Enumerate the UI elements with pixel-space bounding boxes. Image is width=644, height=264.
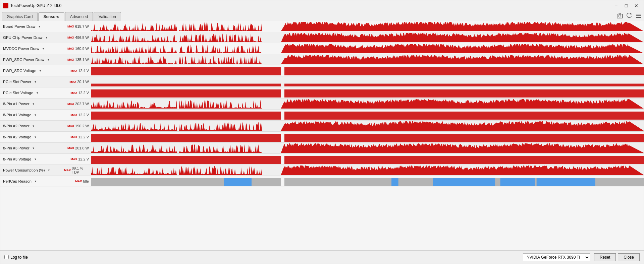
sensor-row: Power Consumption (%) ▼ MAX 89.1 % TDP <box>0 165 644 176</box>
sensor-row: 8-Pin #3 Power ▼ MAX 201.8 W <box>0 143 644 154</box>
sensor-graph-4 <box>91 66 644 75</box>
tab-bar: Graphics Card Sensors Advanced Validatio… <box>0 11 644 21</box>
sensor-row: 8-Pin #2 Voltage ▼ MAX 12.2 V <box>0 132 644 143</box>
sensor-row: 8-Pin #1 Power ▼ MAX 202.7 W <box>0 98 644 110</box>
maximize-button[interactable]: □ <box>622 2 631 9</box>
sensor-graph-10 <box>91 132 644 142</box>
sensor-graph-14 <box>91 177 644 186</box>
sensor-dropdown-8[interactable]: ▼ <box>33 113 38 117</box>
tab-validation[interactable]: Validation <box>94 12 121 21</box>
svg-rect-17 <box>91 156 281 164</box>
sensor-label-6: PCIe Slot Voltage ▼ <box>0 90 64 95</box>
screenshot-button[interactable] <box>616 12 624 19</box>
svg-rect-23 <box>433 178 495 186</box>
sensor-max-10: MAX 12.2 V <box>64 135 91 139</box>
sensor-dropdown-7[interactable]: ▼ <box>31 102 36 106</box>
sensor-max-4: MAX 12.4 V <box>64 69 91 73</box>
sensor-dropdown-4[interactable]: ▼ <box>38 68 43 73</box>
sensor-label-2: MVDDC Power Draw ▼ <box>0 46 64 51</box>
close-button[interactable]: Close <box>618 253 640 261</box>
svg-rect-15 <box>91 134 281 142</box>
sensor-max-0: MAX 615.7 W <box>64 24 91 28</box>
sensor-row: PCIe Slot Power ▼ MAX 20.1 W <box>0 76 644 87</box>
svg-rect-24 <box>500 178 535 186</box>
tab-advanced[interactable]: Advanced <box>65 12 93 21</box>
sensor-graph-1 <box>91 33 644 42</box>
sensor-max-9: MAX 196.2 W <box>64 124 91 128</box>
sensor-dropdown-9[interactable]: ▼ <box>31 124 36 128</box>
sensor-dropdown-1[interactable]: ▼ <box>44 35 49 40</box>
sensor-label-5: PCIe Slot Power ▼ <box>0 79 64 84</box>
svg-rect-22 <box>391 178 398 186</box>
sensor-label-3: PWR_SRC Power Draw ▼ <box>0 57 64 62</box>
sensor-dropdown-12[interactable]: ▼ <box>33 157 38 161</box>
svg-rect-12 <box>284 89 644 97</box>
sensor-dropdown-2[interactable]: ▼ <box>41 46 46 51</box>
gpu-select[interactable]: NVIDIA GeForce RTX 3090 Ti <box>523 253 590 261</box>
window-controls: − □ ✕ <box>611 2 641 9</box>
sensor-max-14: MAX Idle <box>64 179 91 183</box>
svg-rect-11 <box>91 89 281 97</box>
sensor-graph-6 <box>91 88 644 97</box>
sensors-scroll[interactable]: Board Power Draw ▼ MAX 615.7 W GPU Chip … <box>0 21 644 250</box>
content-area: Board Power Draw ▼ MAX 615.7 W GPU Chip … <box>0 21 644 264</box>
sensor-graph-2 <box>91 44 644 53</box>
app-icon <box>3 3 8 8</box>
bottom-buttons: Reset Close <box>594 253 640 261</box>
sensor-max-3: MAX 135.1 W <box>64 58 91 62</box>
svg-rect-25 <box>537 178 595 186</box>
sensor-graph-8 <box>91 110 644 120</box>
main-window: TechPowerUp GPU-Z 2.46.0 − □ ✕ Graphics … <box>0 0 644 264</box>
sensor-row: MVDDC Power Draw ▼ MAX 160.9 W <box>0 43 644 54</box>
sensor-label-0: Board Power Draw ▼ <box>0 24 64 29</box>
sensor-max-12: MAX 12.2 V <box>64 157 91 161</box>
sensor-dropdown-13[interactable]: ▼ <box>46 168 52 173</box>
log-to-file-checkbox[interactable] <box>4 255 9 259</box>
sensor-graph-9 <box>91 121 644 131</box>
sensor-label-9: 8-Pin #2 Power ▼ <box>0 124 64 128</box>
sensor-max-6: MAX 12.2 V <box>64 91 91 95</box>
tab-sensors[interactable]: Sensors <box>38 12 64 21</box>
sensor-graph-0 <box>91 22 644 31</box>
sensor-dropdown-14[interactable]: ▼ <box>33 179 38 184</box>
svg-point-1 <box>619 15 621 17</box>
log-to-file-label[interactable]: Log to file <box>4 255 28 260</box>
svg-rect-9 <box>91 84 281 86</box>
svg-rect-8 <box>284 67 644 75</box>
sensor-max-2: MAX 160.9 W <box>64 47 91 51</box>
svg-rect-16 <box>284 134 644 142</box>
sensor-label-10: 8-Pin #2 Voltage ▼ <box>0 135 64 139</box>
tab-graphics-card[interactable]: Graphics Card <box>2 12 38 21</box>
sensor-row: 8-Pin #3 Voltage ▼ MAX 12.2 V <box>0 154 644 165</box>
sensor-row: 8-Pin #2 Power ▼ MAX 196.2 W <box>0 121 644 132</box>
sensor-label-1: GPU Chip Power Draw ▼ <box>0 35 64 40</box>
sensor-row: Board Power Draw ▼ MAX 615.7 W <box>0 21 644 32</box>
sensor-dropdown-6[interactable]: ▼ <box>35 90 40 95</box>
sensor-max-1: MAX 496.5 W <box>64 36 91 40</box>
sensor-row: PWR_SRC Power Draw ▼ MAX 135.1 W <box>0 54 644 65</box>
sensor-max-8: MAX 12.2 V <box>64 113 91 117</box>
sensor-label-11: 8-Pin #3 Power ▼ <box>0 146 64 150</box>
sensor-graph-13 <box>91 166 644 175</box>
svg-rect-19 <box>91 178 281 186</box>
sensor-dropdown-0[interactable]: ▼ <box>37 24 42 29</box>
svg-rect-18 <box>284 156 644 164</box>
sensor-row: GPU Chip Power Draw ▼ MAX 496.5 W <box>0 32 644 43</box>
svg-rect-20 <box>224 178 252 186</box>
sensor-dropdown-3[interactable]: ▼ <box>46 57 51 62</box>
sensor-dropdown-11[interactable]: ▼ <box>31 146 36 150</box>
reset-button[interactable]: Reset <box>594 253 616 261</box>
menu-button[interactable] <box>635 12 642 19</box>
refresh-button[interactable] <box>626 12 633 19</box>
sensor-graph-5 <box>91 77 644 86</box>
svg-rect-10 <box>284 84 644 86</box>
sensor-max-13: MAX 89.1 % TDP <box>64 166 91 174</box>
sensor-label-7: 8-Pin #1 Power ▼ <box>0 102 64 106</box>
close-window-button[interactable]: ✕ <box>632 2 641 9</box>
minimize-button[interactable]: − <box>611 2 621 9</box>
bottom-bar: Log to file NVIDIA GeForce RTX 3090 Ti R… <box>0 250 644 264</box>
gpu-selector[interactable]: NVIDIA GeForce RTX 3090 Ti <box>523 253 590 261</box>
sensor-dropdown-10[interactable]: ▼ <box>33 135 38 139</box>
sensor-dropdown-5[interactable]: ▼ <box>33 79 38 84</box>
toolbar-right <box>616 12 642 21</box>
